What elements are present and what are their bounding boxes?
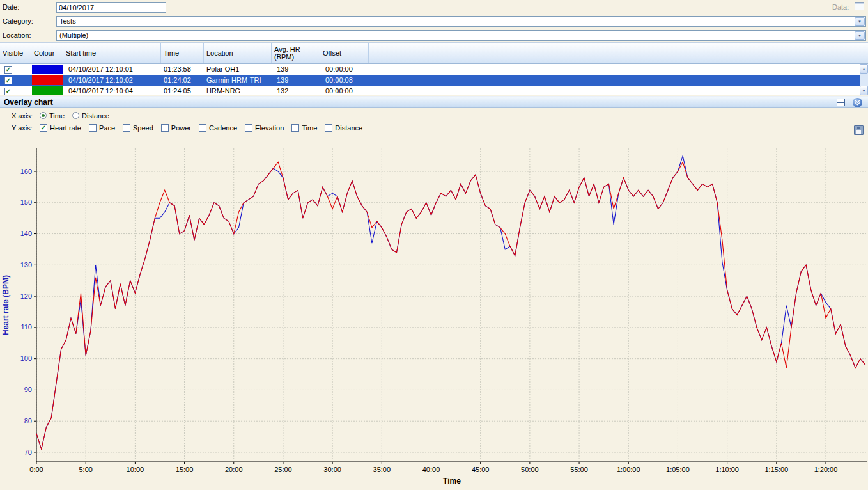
option-label: Elevation: [255, 124, 284, 132]
checkbox-icon[interactable]: [325, 124, 332, 132]
x-tick-label: 20:00: [225, 466, 243, 473]
col-visible[interactable]: Visible: [0, 43, 31, 63]
y-tick-label: 150: [20, 198, 32, 206]
category-value: Tests: [59, 17, 76, 26]
x-tick-label: 35:00: [373, 466, 391, 473]
y-axis-option-distance[interactable]: Distance: [325, 124, 362, 132]
y-tick-label: 120: [20, 292, 32, 300]
visible-checkbox[interactable]: [4, 77, 12, 84]
y-axis-option-time[interactable]: Time: [291, 124, 317, 132]
table-row[interactable]: 04/10/2017 12:10:02 01:24:02 Garmin HRM-…: [0, 75, 860, 86]
cell-avg-hr: 139: [272, 75, 320, 86]
date-label: Date:: [3, 3, 19, 12]
down-arrow-glyph: ▼: [858, 20, 862, 24]
option-label: Time: [302, 124, 317, 132]
y-tick-label: 100: [20, 354, 32, 362]
x-tick-label: 1:05:00: [666, 466, 690, 473]
popout-window-icon[interactable]: [837, 99, 845, 106]
cell-offset: 00:00:08: [320, 75, 369, 86]
x-tick-label: 5:00: [79, 466, 92, 473]
col-avg-hr[interactable]: Avg. HR (BPM): [272, 43, 320, 63]
date-input[interactable]: [56, 2, 166, 13]
dropdown-arrow-icon[interactable]: ▼: [855, 31, 865, 40]
visible-checkbox[interactable]: [4, 66, 12, 74]
y-axis-option-heart-rate[interactable]: Heart rate: [40, 124, 81, 132]
cell-time: 01:23:58: [161, 64, 204, 75]
scroll-up-icon[interactable]: ▲: [860, 64, 868, 74]
activities-table: Visible Colour Start time Time Location …: [0, 42, 868, 95]
save-icon[interactable]: [854, 125, 864, 135]
checkbox-icon[interactable]: [161, 124, 169, 132]
cell-location: HRM-NRG: [204, 86, 272, 95]
y-tick-label: 110: [20, 323, 32, 331]
table-row[interactable]: 04/10/2017 12:10:01 01:23:58 Polar OH1 1…: [0, 64, 860, 75]
colour-swatch[interactable]: [32, 75, 63, 85]
option-label: Distance: [82, 112, 109, 120]
checkbox-icon[interactable]: [123, 124, 130, 132]
x-tick-label: 40:00: [422, 466, 440, 473]
y-axis-option-pace[interactable]: Pace: [89, 124, 115, 132]
x-tick-label: 50:00: [521, 466, 539, 473]
col-time[interactable]: Time: [161, 43, 204, 63]
option-label: Speed: [133, 124, 153, 132]
option-label: Distance: [335, 124, 362, 132]
checkbox-icon[interactable]: [199, 124, 206, 132]
col-start-time[interactable]: Start time: [63, 43, 161, 63]
location-select[interactable]: (Multiple) ▼: [56, 30, 866, 41]
collapse-chevron-icon[interactable]: [853, 98, 862, 107]
option-label: Time: [49, 112, 65, 120]
checkbox-icon[interactable]: [245, 124, 252, 132]
x-axis-option-time[interactable]: Time: [40, 112, 65, 120]
y-axis-option-speed[interactable]: Speed: [123, 124, 153, 132]
x-tick-label: 1:15:00: [764, 466, 788, 473]
category-select[interactable]: Tests ▼: [56, 16, 866, 27]
overlay-chart-header[interactable]: Overlay chart: [0, 96, 868, 108]
cell-offset: 00:00:00: [320, 86, 369, 95]
checkbox-icon[interactable]: [89, 124, 97, 132]
visible-checkbox[interactable]: [4, 88, 12, 95]
x-tick-label: 45:00: [472, 466, 490, 473]
cell-time: 01:24:05: [161, 86, 204, 95]
colour-swatch[interactable]: [32, 65, 63, 74]
dropdown-arrow-icon[interactable]: ▼: [855, 17, 865, 26]
y-axis-option-elevation[interactable]: Elevation: [245, 124, 284, 132]
x-axis-option-distance[interactable]: Distance: [72, 112, 109, 120]
col-filler: [369, 43, 868, 63]
data-label: Data:: [832, 3, 849, 12]
app-window: Date: Data: Category: Tests ▼ Location: …: [0, 0, 868, 490]
y-axis-title: Heart rate (BPM): [1, 275, 10, 335]
data-grid-icon[interactable]: [855, 2, 864, 10]
radio-icon[interactable]: [40, 112, 47, 119]
table-header: Visible Colour Start time Time Location …: [0, 43, 868, 64]
x-tick-label: 1:00:00: [617, 466, 640, 473]
x-tick-label: 10:00: [127, 466, 144, 473]
option-label: Pace: [99, 124, 115, 132]
scroll-down-icon[interactable]: ▼: [860, 86, 868, 95]
y-tick-label: 70: [24, 448, 32, 456]
y-axis-option-power[interactable]: Power: [161, 124, 191, 132]
table-row[interactable]: 04/10/2017 12:10:04 01:24:05 HRM-NRG 132…: [0, 86, 860, 95]
down-arrow-glyph: ▼: [858, 34, 862, 38]
y-axis-option-cadence[interactable]: Cadence: [199, 124, 237, 132]
col-colour[interactable]: Colour: [31, 43, 63, 63]
cell-offset: 00:00:00: [320, 64, 369, 75]
checkbox-icon[interactable]: [291, 124, 299, 132]
location-label: Location:: [3, 31, 31, 40]
series-line-garmin-hrm-tri: [36, 162, 865, 449]
col-offset[interactable]: Offset: [320, 43, 369, 63]
x-tick-label: 30:00: [323, 466, 341, 473]
checkbox-icon[interactable]: [40, 124, 47, 132]
radio-icon[interactable]: [72, 112, 79, 119]
x-tick-label: 0:00: [29, 466, 43, 473]
x-tick-label: 15:00: [176, 466, 194, 473]
x-axis-label: X axis:: [12, 112, 32, 120]
cell-avg-hr: 132: [272, 86, 320, 95]
overlay-chart-plot[interactable]: 7080901001101201301401501600:005:0010:00…: [0, 134, 868, 490]
table-scrollbar[interactable]: ▲ ▼: [860, 64, 868, 95]
col-location[interactable]: Location: [204, 43, 272, 63]
overlay-chart-title: Overlay chart: [4, 98, 53, 107]
cell-avg-hr: 139: [272, 64, 320, 75]
colour-swatch[interactable]: [32, 86, 63, 95]
x-tick-label: 1:10:00: [715, 466, 739, 473]
x-axis-controls: X axis: Time Distance: [12, 111, 109, 120]
